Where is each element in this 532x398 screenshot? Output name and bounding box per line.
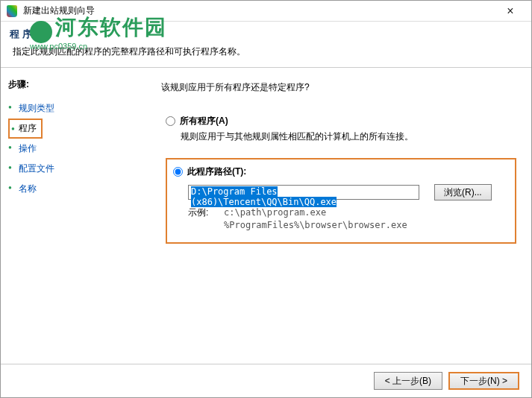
sidebar-item-name[interactable]: 名称 <box>8 179 131 199</box>
wizard-header: 程 序 指定此规则匹配的程序的完整程序路径和可执行程序名称。 <box>1 22 531 67</box>
example-text: 示例: c:\path\program.exe %ProgramFiles%\b… <box>188 206 506 232</box>
sidebar-item-program[interactable]: 程序 <box>8 119 43 139</box>
window-title: 新建出站规则向导 <box>23 4 495 17</box>
radio-all-programs[interactable]: 所有程序(A) 规则应用于与其他规则属性相匹配的计算机上的所有连接。 <box>166 115 516 143</box>
radio-program-path[interactable]: 此程序路径(T): D:\Program Files (x86)\Tencent… <box>166 158 516 244</box>
sidebar-heading: 步骤: <box>8 78 131 91</box>
sidebar-item-action[interactable]: 操作 <box>8 139 131 159</box>
program-path-field[interactable]: D:\Program Files (x86)\Tencent\QQ\Bin\QQ… <box>188 185 419 200</box>
titlebar: 新建出站规则向导 × <box>1 1 531 22</box>
browse-button[interactable]: 浏览(R)... <box>434 184 492 200</box>
content-area: 该规则应用于所有程序还是特定程序? 所有程序(A) 规则应用于与其他规则属性相匹… <box>131 68 531 364</box>
next-button[interactable]: 下一步(N) > <box>448 372 519 390</box>
page-title: 程 序 <box>10 28 522 41</box>
sidebar-item-rule-type[interactable]: 规则类型 <box>8 98 131 119</box>
footer: < 上一步(B) 下一步(N) > <box>1 364 531 397</box>
radio-path-label: 此程序路径(T): <box>187 165 246 178</box>
sidebar: 步骤: 规则类型 程序 操作 配置文件 名称 <box>1 68 131 364</box>
radio-all-input[interactable] <box>166 116 175 126</box>
sidebar-item-profile[interactable]: 配置文件 <box>8 159 131 179</box>
radio-all-label: 所有程序(A) <box>180 115 228 127</box>
radio-all-desc: 规则应用于与其他规则属性相匹配的计算机上的所有连接。 <box>181 130 516 143</box>
close-button[interactable]: × <box>495 4 525 18</box>
question-text: 该规则应用于所有程序还是特定程序? <box>161 81 516 94</box>
shield-icon <box>7 5 19 17</box>
page-subtitle: 指定此规则匹配的程序的完整程序路径和可执行程序名称。 <box>13 45 522 58</box>
radio-path-input[interactable] <box>173 167 183 177</box>
back-button[interactable]: < 上一步(B) <box>374 372 442 390</box>
